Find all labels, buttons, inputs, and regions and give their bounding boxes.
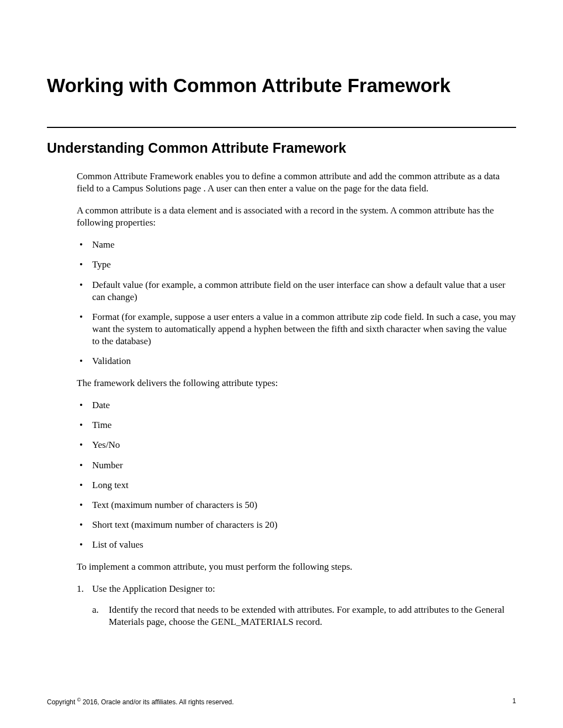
list-item: Name <box>77 239 516 251</box>
copyright-suffix: 2016, Oracle and/or its affiliates. All … <box>81 698 233 706</box>
list-item: Type <box>77 259 516 271</box>
list-item: Text (maximum number of characters is 50… <box>77 499 516 511</box>
steps-list: 1. Use the Application Designer to: a. I… <box>77 583 516 628</box>
section-title: Understanding Common Attribute Framework <box>47 140 516 156</box>
list-item: Short text (maximum number of characters… <box>77 519 516 531</box>
step-text: Use the Application Designer to: <box>92 584 215 594</box>
list-item: Validation <box>77 355 516 367</box>
intro-paragraph: Common Attribute Framework enables you t… <box>77 170 516 195</box>
copyright-text: Copyright © 2016, Oracle and/or its affi… <box>47 697 234 706</box>
page-footer: Copyright © 2016, Oracle and/or its affi… <box>47 697 516 706</box>
properties-list: Name Type Default value (for example, a … <box>77 239 516 367</box>
types-list: Date Time Yes/No Number Long text Text (… <box>77 399 516 551</box>
document-page: Working with Common Attribute Framework … <box>0 0 563 728</box>
step-number: 1. <box>77 583 84 595</box>
definition-paragraph: A common attribute is a data element and… <box>77 205 516 229</box>
list-item: Yes/No <box>77 439 516 451</box>
types-intro-paragraph: The framework delivers the following att… <box>77 377 516 389</box>
substep-text: Identify the record that needs to be ext… <box>109 604 504 627</box>
substep-letter: a. <box>92 604 99 616</box>
content-body: Common Attribute Framework enables you t… <box>77 170 516 628</box>
copyright-prefix: Copyright <box>47 698 77 706</box>
section-divider <box>47 127 516 128</box>
list-item: Long text <box>77 479 516 491</box>
list-item: Default value (for example, a common att… <box>77 279 516 303</box>
list-item: Date <box>77 399 516 411</box>
list-item: Time <box>77 419 516 431</box>
list-item: Format (for example, suppose a user ente… <box>77 311 516 347</box>
implement-intro-paragraph: To implement a common attribute, you mus… <box>77 561 516 573</box>
chapter-title: Working with Common Attribute Framework <box>47 74 516 97</box>
list-item: List of values <box>77 539 516 551</box>
substep-item: a. Identify the record that needs to be … <box>92 604 516 628</box>
substeps-list: a. Identify the record that needs to be … <box>92 604 516 628</box>
page-number: 1 <box>512 697 516 706</box>
list-item: Number <box>77 459 516 472</box>
step-item: 1. Use the Application Designer to: a. I… <box>77 583 516 628</box>
